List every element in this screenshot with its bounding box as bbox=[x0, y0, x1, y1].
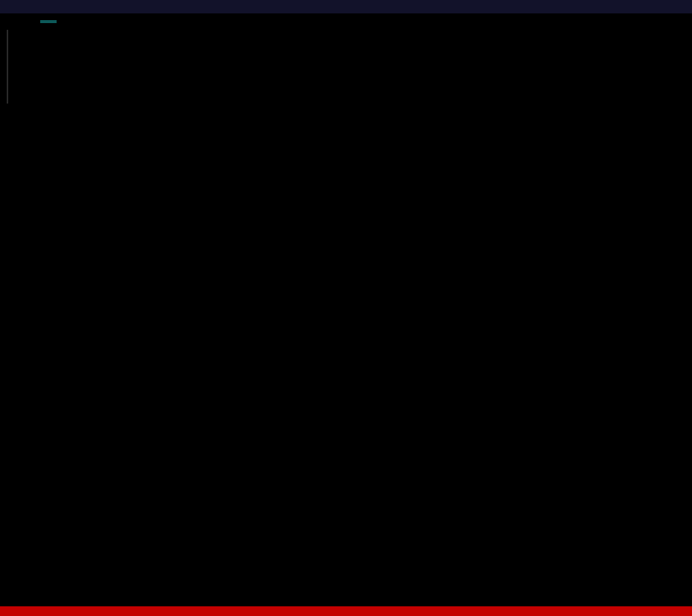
mtdriver-stats-window: { "title_bar": { "title": "MTDriver统计 ,V… bbox=[0, 0, 692, 616]
total-row bbox=[0, 606, 692, 616]
daily-stats-table bbox=[0, 113, 692, 616]
title-bar bbox=[0, 0, 692, 13]
equity-chart-svg bbox=[0, 30, 692, 113]
table-header-row bbox=[0, 113, 692, 124]
path-button[interactable] bbox=[40, 20, 57, 23]
equity-chart bbox=[0, 30, 692, 113]
menu-bar bbox=[0, 13, 692, 30]
